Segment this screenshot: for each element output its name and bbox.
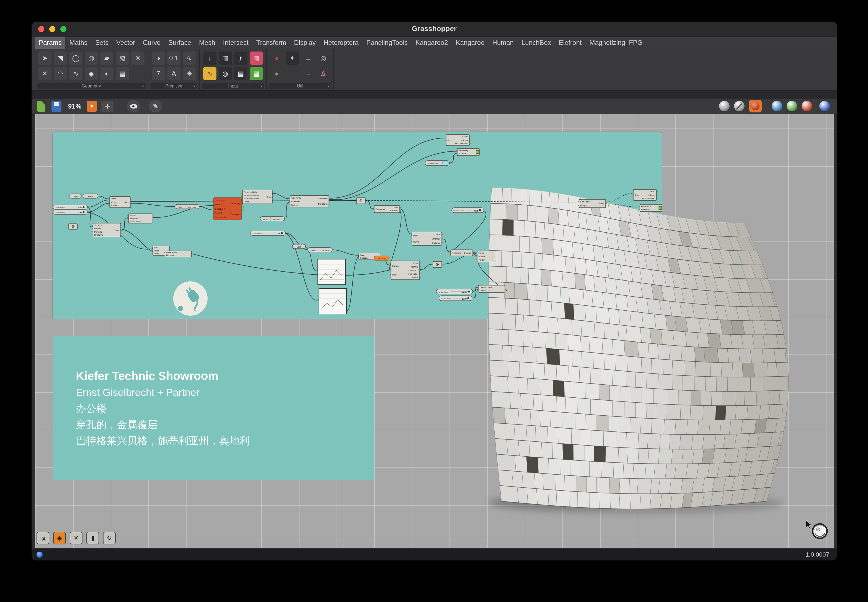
graph-node-slider[interactable]: Number Slider4.34 xyxy=(53,210,87,214)
preview-off-ball-button[interactable] xyxy=(734,101,745,111)
preview-eye-button[interactable] xyxy=(127,100,140,112)
tab-surface[interactable]: Surface xyxy=(164,37,195,49)
graph-node-comp[interactable]: PlaneX SizeY SizePlane xyxy=(109,197,132,208)
ribbon-icon[interactable]: 7 xyxy=(152,67,165,80)
graph-node-slider[interactable]: Number Slider0.175 xyxy=(452,208,484,213)
ribbon-icon[interactable]: ∿ xyxy=(182,52,196,65)
canvas-widget-icon[interactable]: ▮ xyxy=(86,532,99,544)
ribbon-icon[interactable]: ▤ xyxy=(234,67,247,80)
zoom-dropdown-button[interactable]: ▼ xyxy=(87,101,97,112)
ribbon-icon[interactable]: ▥ xyxy=(219,52,232,65)
ribbon-icon[interactable]: ✳ xyxy=(131,52,144,65)
canvas-widget-icon[interactable]: ↻ xyxy=(103,532,116,544)
graph-node-comp[interactable]: SurfacePointPointNormalU directionV dire… xyxy=(390,261,421,280)
ribbon-icon[interactable]: ◥ xyxy=(54,52,67,65)
tab-sets[interactable]: Sets xyxy=(91,37,112,49)
graph-node-pill[interactable]: Mesh xyxy=(292,244,305,249)
sketch-brush-button[interactable]: ✎ xyxy=(149,100,162,112)
graph-node-slider[interactable]: Number Slider0.75 xyxy=(53,205,87,209)
graph-node-dot[interactable] xyxy=(356,198,365,204)
preview-ball-button[interactable] xyxy=(719,101,730,111)
ribbon-icon[interactable]: ◠ xyxy=(54,67,67,80)
new-document-icon[interactable] xyxy=(37,101,45,112)
graph-node-pill2[interactable]: FactorUnit vector xyxy=(260,217,285,221)
tab-vector[interactable]: Vector xyxy=(112,37,139,49)
ribbon-icon[interactable]: ▦ xyxy=(250,67,263,80)
graph-node-comp[interactable]: BrepNakedInteriorNon-Manifold xyxy=(445,135,471,146)
graph-node-comp[interactable]: Domain startDomain end xyxy=(477,285,505,292)
ribbon-icon[interactable] xyxy=(286,67,299,80)
graph-node-slider[interactable]: Number Slider0.600 xyxy=(439,296,472,301)
ribbon-icon[interactable]: 0.1 xyxy=(167,52,181,65)
ribbon-icon[interactable]: ◐ xyxy=(100,67,113,80)
ribbon-icon[interactable]: ✳ xyxy=(182,67,196,80)
group-expand-icon[interactable]: ▾ xyxy=(327,83,330,89)
graph-node-comp[interactable]: BrepNakedInteriorNon-Manifold xyxy=(632,189,658,201)
tab-elefront[interactable]: Elefront xyxy=(555,37,586,49)
graph-node-mat[interactable]: GeometryMaterial xyxy=(639,204,662,212)
viewport-red-button[interactable] xyxy=(802,101,812,111)
tab-display[interactable]: Display xyxy=(290,37,320,49)
ribbon-icon[interactable]: → xyxy=(301,67,314,80)
active-display-tile-button[interactable] xyxy=(749,100,762,112)
tab-maths[interactable]: Maths xyxy=(66,37,91,49)
canvas-widget-icon[interactable]: -x xyxy=(37,532,49,544)
graph-node-panel[interactable] xyxy=(319,289,347,314)
graph-node-chip[interactable]: Extrusion xyxy=(374,256,389,260)
ribbon-icon[interactable]: ● xyxy=(270,67,284,80)
tab-kangaroo[interactable]: Kangaroo xyxy=(452,37,488,49)
graph-node-comp[interactable]: GeometryAreaCentroid xyxy=(373,206,401,213)
viewport-blue-button[interactable] xyxy=(772,101,782,111)
ribbon-icon[interactable]: ◯ xyxy=(69,52,83,65)
tab-panelingtools[interactable]: PanelingTools xyxy=(363,37,412,49)
ribbon-icon[interactable]: ✕ xyxy=(38,67,52,80)
graph-node-comp[interactable]: GeometryDirectionMotionGeometryTransform xyxy=(289,195,330,207)
navigate-canvas-button[interactable]: ✛ xyxy=(101,101,113,112)
graph-node-comp[interactable]: ValueSourceTarget xyxy=(476,251,496,262)
status-info-icon[interactable] xyxy=(37,551,43,558)
group-expand-icon[interactable]: ▾ xyxy=(142,83,144,89)
tab-heteroptera[interactable]: Heteroptera xyxy=(320,37,363,49)
tab-human[interactable]: Human xyxy=(489,37,518,49)
graph-node-comp[interactable]: VerticesDegreePeriodicKnotstyleCurve xyxy=(92,223,122,237)
ribbon-icon[interactable]: ◍ xyxy=(219,67,232,80)
graph-node-comp[interactable]: GeometryPoint ADirection APoint BDirecti… xyxy=(213,198,242,220)
ribbon-icon[interactable]: ● xyxy=(270,52,284,65)
viewport-blue2-button[interactable] xyxy=(819,101,830,111)
group-expand-icon[interactable]: ▾ xyxy=(261,83,262,89)
viewport-green-button[interactable] xyxy=(787,101,797,111)
graph-node-pill[interactable]: Origin xyxy=(69,194,81,198)
save-document-icon[interactable] xyxy=(52,101,61,112)
tab-intersect[interactable]: Intersect xyxy=(219,37,252,49)
graph-node-dot[interactable] xyxy=(433,261,442,267)
ribbon-icon[interactable]: ▦ xyxy=(250,52,263,65)
ribbon-icon[interactable]: ➤ xyxy=(38,52,52,65)
graph-node-pill[interactable]: Plane xyxy=(83,194,98,198)
ribbon-icon[interactable]: ✦ xyxy=(286,52,299,65)
graph-node-comp[interactable]: PointsTangentsParameters xyxy=(127,214,153,223)
ribbon-icon[interactable]: ∿ xyxy=(69,67,83,80)
graph-node-pill2[interactable]: FactorUnit vector xyxy=(175,204,199,209)
orbit-widget[interactable] xyxy=(813,524,827,538)
ribbon-icon[interactable]: ◆ xyxy=(85,67,98,80)
tab-transform[interactable]: Transform xyxy=(252,37,290,49)
graph-node-comp[interactable]: PointCurvePointCP indexDistance xyxy=(411,232,443,245)
group-expand-icon[interactable]: ▾ xyxy=(193,83,195,89)
gh-canvas[interactable]: OriginPlaneNumber Slider0.75Number Slide… xyxy=(35,114,834,548)
ribbon-icon[interactable]: ▤ xyxy=(116,67,129,80)
ribbon-icon[interactable]: ◎ xyxy=(317,52,330,65)
ribbon-icon[interactable]: ƒ xyxy=(234,52,247,65)
graph-node-dot[interactable] xyxy=(69,224,78,229)
graph-node-comp[interactable]: Base curveDomain xyxy=(164,251,192,257)
graph-node-slider[interactable]: Number Slider6.9 xyxy=(250,231,286,235)
ribbon-icon[interactable]: ▰ xyxy=(100,52,113,65)
canvas-widget-icon[interactable]: ◆ xyxy=(53,532,66,544)
graph-node-swatch[interactable]: Colour Swatch xyxy=(425,161,449,166)
tab-magnetizing_fpg[interactable]: Magnetizing_FPG xyxy=(586,37,646,49)
ribbon-icon[interactable]: ∿ xyxy=(203,67,216,80)
graph-node-comp[interactable]: Flat PanelHeightSnap xyxy=(578,200,607,208)
ribbon-icon[interactable]: Δ xyxy=(317,67,330,80)
tab-mesh[interactable]: Mesh xyxy=(195,37,219,49)
graph-node-panel[interactable] xyxy=(318,259,345,285)
graph-node-comp[interactable]: NumbersDomain xyxy=(449,250,474,256)
